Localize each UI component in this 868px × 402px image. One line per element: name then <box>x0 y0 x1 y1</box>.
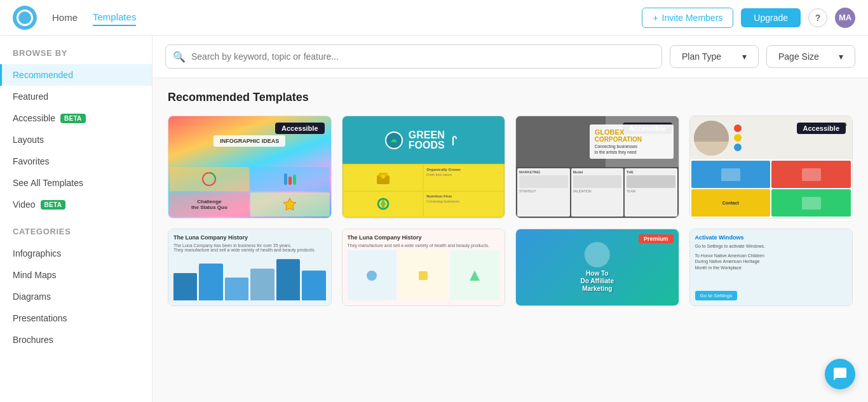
chevron-down-icon: ▾ <box>742 51 747 62</box>
right-panel: 🔍 Plan Type ▾ Page Size ▾ Recommended Te… <box>153 36 868 402</box>
sidebar-item-brochures[interactable]: Brochures <box>0 329 152 351</box>
premium-badge: Premium <box>639 234 674 243</box>
svg-point-10 <box>367 271 377 281</box>
svg-point-8 <box>381 175 385 178</box>
template-card-affiliate[interactable]: Premium How ToDo AffiliateMarketing <box>515 229 679 306</box>
search-icon: 🔍 <box>173 51 186 63</box>
search-bar-container: 🔍 Plan Type ▾ Page Size ▾ <box>153 36 868 78</box>
sidebar-item-favorites[interactable]: Favorites <box>0 151 152 172</box>
plan-type-label: Plan Type <box>682 51 721 62</box>
template-title-text: INFOGRAPHIC IDEAS <box>214 135 285 147</box>
sidebar-item-label: Infographics <box>13 248 61 258</box>
page-size-filter[interactable]: Page Size ▾ <box>766 45 855 68</box>
svg-rect-11 <box>419 271 428 280</box>
templates-grid: INFOGRAPHIC IDEAS Challengeth <box>168 116 853 218</box>
accessible-tag: Accessible <box>797 123 846 134</box>
sidebar-item-video[interactable]: Video BETA <box>0 194 152 215</box>
beta-badge: BETA <box>41 200 66 210</box>
sidebar-item-label: See All Templates <box>13 178 83 188</box>
template-card-design-portfolio[interactable]: Design &MUNN Contact <box>689 116 853 218</box>
sidebar-item-label: Brochures <box>13 335 53 345</box>
sidebar: Browse By Recommended Featured Accessibl… <box>0 36 153 402</box>
chat-button[interactable] <box>825 359 855 389</box>
sidebar-item-label: Diagrams <box>13 291 51 302</box>
template-card-luna-1[interactable]: The Luna Company History The Luna Compan… <box>168 229 332 306</box>
sidebar-item-featured[interactable]: Featured <box>0 86 152 107</box>
nav-right-actions: + Invite Members Upgrade ? MA <box>642 8 855 28</box>
sidebar-item-infographics[interactable]: Infographics <box>0 243 152 264</box>
templates-area: Recommended Templates INFOGRAPHIC IDEAS <box>153 78 868 402</box>
sidebar-item-label: Featured <box>13 91 48 102</box>
sidebar-item-label: Mind Maps <box>13 270 56 280</box>
sidebar-item-label: Recommended <box>13 70 73 80</box>
sidebar-item-diagrams[interactable]: Diagrams <box>0 286 152 307</box>
template-card-infographic-ideas[interactable]: INFOGRAPHIC IDEAS Challengeth <box>168 116 332 218</box>
nav-templates[interactable]: Templates <box>93 9 136 26</box>
plan-type-filter[interactable]: Plan Type ▾ <box>670 45 759 68</box>
accessible-tag: Accessible <box>275 123 324 134</box>
categories-title: Categories <box>0 215 152 243</box>
sidebar-item-label: Layouts <box>13 135 44 145</box>
svg-marker-4 <box>283 198 296 210</box>
sidebar-item-see-all[interactable]: See All Templates <box>0 172 152 194</box>
sidebar-item-label: Presentations <box>13 313 67 323</box>
invite-members-button[interactable]: + Invite Members <box>642 8 733 28</box>
search-input[interactable] <box>165 44 662 69</box>
sidebar-item-label: Video <box>13 199 36 210</box>
page-size-label: Page Size <box>778 51 819 62</box>
plus-icon: + <box>653 13 658 23</box>
section-title: Recommended Templates <box>168 91 853 104</box>
avatar[interactable]: MA <box>835 8 855 28</box>
templates-grid-row2: The Luna Company History The Luna Compan… <box>168 229 853 306</box>
beta-badge: BETA <box>60 114 86 123</box>
sidebar-item-mind-maps[interactable]: Mind Maps <box>0 264 152 286</box>
browse-by-title: Browse By <box>0 48 152 64</box>
nav-home[interactable]: Home <box>52 10 78 25</box>
svg-rect-3 <box>293 175 296 185</box>
sidebar-item-recommended[interactable]: Recommended <box>0 64 152 86</box>
svg-rect-1 <box>284 173 287 185</box>
template-card-green-foods[interactable]: GREEN FOODS Organically Grown <box>342 116 506 218</box>
template-card-luna-2[interactable]: The Luna Company History They manufactur… <box>342 229 506 306</box>
sidebar-item-presentations[interactable]: Presentations <box>0 307 152 329</box>
help-button[interactable]: ? <box>808 8 827 27</box>
template-card-globex[interactable]: GLOBEX CORPORATION Connecting businesses… <box>515 116 679 218</box>
sidebar-item-accessible[interactable]: Accessible BETA <box>0 107 152 129</box>
top-navigation: Home Templates + Invite Members Upgrade … <box>0 0 868 36</box>
chevron-down-icon: ▾ <box>839 51 843 62</box>
sidebar-item-layouts[interactable]: Layouts <box>0 129 152 151</box>
main-layout: Browse By Recommended Featured Accessibl… <box>0 36 868 402</box>
search-input-wrapper: 🔍 <box>165 44 662 69</box>
app-logo[interactable] <box>13 6 37 30</box>
sidebar-item-label: Accessible <box>13 113 55 123</box>
upgrade-button[interactable]: Upgrade <box>741 8 801 27</box>
template-card-windows[interactable]: Activate Windows Go to Settings to activ… <box>689 229 853 306</box>
svg-rect-2 <box>288 177 292 185</box>
sidebar-item-label: Favorites <box>13 156 50 166</box>
svg-marker-12 <box>470 271 480 281</box>
